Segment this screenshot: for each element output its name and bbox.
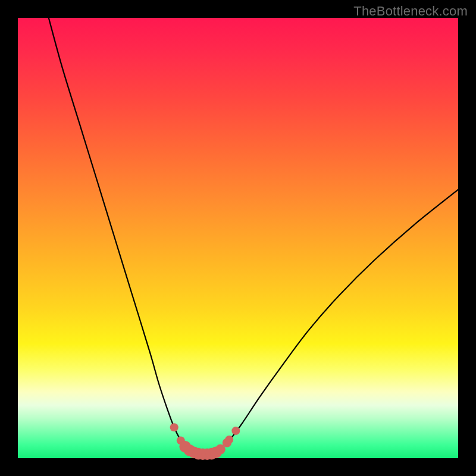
curve-svg [18,18,458,458]
bottom-dots-group [170,423,240,460]
chart-frame: TheBottleneck.com [0,0,476,476]
curve-dot [231,427,240,435]
plot-area [18,18,458,458]
curve-dot [225,436,233,444]
curve-dot [170,423,178,431]
bottleneck-curve [49,18,458,454]
watermark-text: TheBottleneck.com [353,4,468,19]
